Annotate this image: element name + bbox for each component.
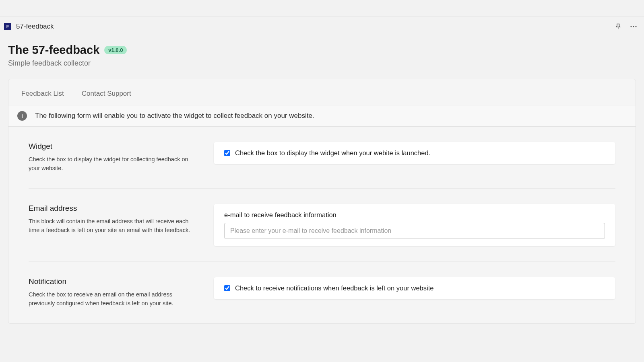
notification-checkbox-row[interactable]: Check to receive notifications when feed… bbox=[224, 284, 605, 292]
section-email: Email address This block will contain th… bbox=[29, 189, 615, 262]
email-field-label: e-mail to receive feedback information bbox=[224, 211, 605, 219]
widget-card: Check the box to display the widget when… bbox=[214, 142, 615, 164]
version-badge: v1.0.0 bbox=[104, 46, 127, 54]
app-icon: F bbox=[4, 23, 11, 30]
more-button[interactable] bbox=[630, 23, 638, 31]
widget-checkbox[interactable] bbox=[224, 150, 230, 156]
pin-button[interactable] bbox=[614, 23, 622, 31]
email-card: e-mail to receive feedback information bbox=[214, 204, 615, 246]
section-notification-left: Notification Check the box to receive an… bbox=[29, 277, 214, 308]
notification-checkbox-label: Check to receive notifications when feed… bbox=[235, 284, 433, 292]
section-widget-right: Check the box to display the widget when… bbox=[214, 142, 615, 173]
page-subtitle: Simple feedback collector bbox=[8, 59, 636, 68]
info-banner: i The following form will enable you to … bbox=[8, 105, 636, 127]
top-spacer bbox=[0, 0, 644, 17]
tab-feedback-list[interactable]: Feedback List bbox=[21, 86, 64, 105]
svg-point-0 bbox=[630, 26, 632, 27]
page-title: The 57-feedback bbox=[8, 43, 99, 57]
section-email-title: Email address bbox=[29, 204, 198, 213]
section-email-description: This block will contain the email addres… bbox=[29, 217, 198, 235]
section-widget-title: Widget bbox=[29, 142, 198, 151]
svg-point-2 bbox=[635, 26, 636, 27]
app-icon-letter: F bbox=[6, 24, 9, 29]
widget-checkbox-label: Check the box to display the widget when… bbox=[235, 149, 430, 157]
svg-point-1 bbox=[633, 26, 634, 27]
breadcrumb-app-name: 57-feedback bbox=[16, 23, 54, 31]
tab-contact-support[interactable]: Contact Support bbox=[82, 86, 131, 105]
section-widget: Widget Check the box to display the widg… bbox=[29, 127, 615, 189]
section-notification-description: Check the box to receive an email on the… bbox=[29, 290, 198, 308]
notification-card: Check to receive notifications when feed… bbox=[214, 277, 615, 299]
notification-checkbox[interactable] bbox=[224, 285, 230, 291]
form-body: Widget Check the box to display the widg… bbox=[8, 127, 636, 323]
section-widget-left: Widget Check the box to display the widg… bbox=[29, 142, 214, 173]
section-notification-title: Notification bbox=[29, 277, 198, 286]
section-widget-description: Check the box to display the widget for … bbox=[29, 155, 198, 173]
widget-checkbox-row[interactable]: Check the box to display the widget when… bbox=[224, 149, 605, 157]
section-email-right: e-mail to receive feedback information bbox=[214, 204, 615, 246]
email-input[interactable] bbox=[224, 223, 605, 239]
breadcrumb-bar: F 57-feedback bbox=[0, 17, 644, 36]
section-notification: Notification Check the box to receive an… bbox=[29, 262, 615, 323]
content: The 57-feedback v1.0.0 Simple feedback c… bbox=[0, 36, 644, 324]
breadcrumb-left: F 57-feedback bbox=[4, 23, 54, 31]
section-email-left: Email address This block will contain th… bbox=[29, 204, 214, 246]
main-panel: Feedback List Contact Support i The foll… bbox=[8, 79, 636, 324]
ellipsis-icon bbox=[630, 26, 637, 27]
section-notification-right: Check to receive notifications when feed… bbox=[214, 277, 615, 308]
breadcrumb-actions bbox=[614, 23, 638, 31]
info-icon: i bbox=[17, 111, 27, 121]
title-row: The 57-feedback v1.0.0 bbox=[8, 43, 636, 57]
tabs: Feedback List Contact Support bbox=[8, 79, 636, 105]
pin-icon bbox=[615, 23, 621, 30]
info-banner-text: The following form will enable you to ac… bbox=[35, 112, 314, 120]
